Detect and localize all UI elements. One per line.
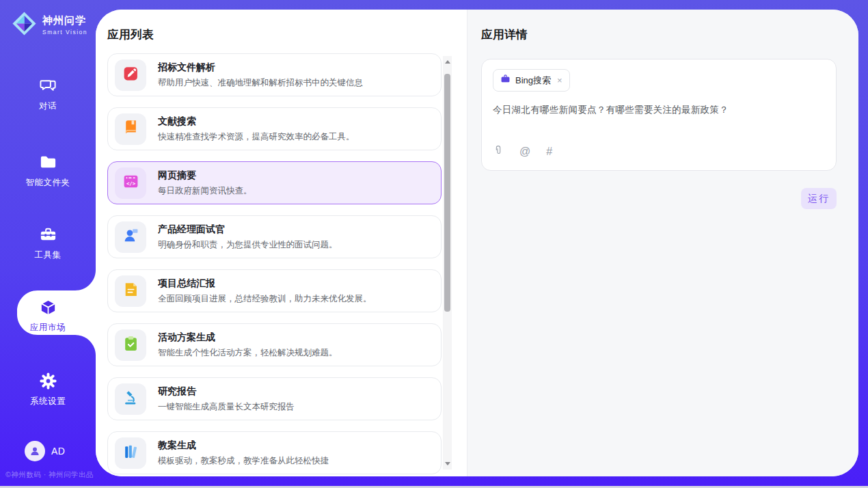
diamond-logo-icon	[11, 10, 38, 40]
interviewer-icon	[122, 227, 139, 247]
app-card-3[interactable]: </> 网页摘要 每日政府新闻资讯快查。	[107, 161, 442, 204]
close-icon[interactable]: ×	[557, 76, 562, 85]
app-description: 智能生成个性化活动方案，轻松解决规划难题。	[158, 347, 338, 359]
edit-document-icon	[122, 65, 139, 85]
prompt-input[interactable]: 今日湖北有哪些新闻要点？有哪些需要关注的最新政策？	[493, 104, 825, 144]
gear-icon	[39, 372, 57, 391]
brand-tagline: Smart Vision	[42, 29, 87, 36]
app-name: 活动方案生成	[158, 331, 338, 344]
app-description: 帮助用户快速、准确地理解和解析招标书中的关键信息	[158, 77, 363, 89]
note-icon	[122, 281, 139, 301]
app-description: 全面回顾项目进展，总结经验教训，助力未来优化发展。	[158, 293, 372, 305]
app-card-5[interactable]: 项目总结汇报 全面回顾项目进展，总结经验教训，助力未来优化发展。	[107, 269, 442, 312]
app-card-6[interactable]: 活动方案生成 智能生成个性化活动方案，轻松解决规划难题。	[107, 323, 442, 366]
app-list-title: 应用列表	[107, 27, 467, 42]
book-icon	[122, 119, 139, 139]
scroll-down-icon[interactable]	[443, 459, 452, 468]
app-icon-tile	[115, 437, 146, 469]
sidebar-item-label: 系统设置	[0, 396, 96, 407]
browser-code-icon: </>	[122, 173, 139, 193]
brand-name: 神州问学	[42, 14, 87, 27]
briefcase-icon	[500, 74, 511, 87]
copyright-footer: ©神州数码 · 神州问学出品	[5, 470, 108, 480]
app-name: 网页摘要	[158, 170, 252, 182]
sidebar-item-label: 工具集	[0, 249, 96, 261]
app-detail-title: 应用详情	[481, 27, 858, 42]
run-button[interactable]: 运行	[801, 188, 837, 209]
sidebar-item-chat[interactable]: 对话	[0, 77, 96, 112]
scrollbar[interactable]	[443, 56, 452, 470]
app-description: 明确身份和职责，为您提供专业性的面试问题。	[158, 239, 338, 251]
app-detail-panel: 应用详情 Bing搜索 × 今日湖北有哪些新闻要点？有哪些需要关注的最新政策？	[467, 10, 858, 476]
hash-icon[interactable]: #	[546, 146, 552, 158]
app-name: 研究报告	[158, 385, 295, 398]
app-card-2[interactable]: 文献搜索 快速精准查找学术资源，提高研究效率的必备工具。	[107, 107, 442, 150]
run-row: 运行	[481, 188, 837, 209]
app-icon-tile	[115, 329, 146, 361]
app-icon-tile	[115, 59, 146, 91]
app-icon-tile	[115, 275, 146, 307]
tool-chip-bing-search[interactable]: Bing搜索 ×	[493, 69, 570, 92]
folder-icon	[39, 153, 57, 172]
app-list: 招标文件解析 帮助用户快速、准确地理解和解析招标书中的关键信息 文献搜索 快速精…	[107, 53, 442, 474]
books-icon	[122, 443, 139, 463]
app-description: 一键智能生成高质量长文本研究报告	[158, 401, 295, 413]
app-name: 招标文件解析	[158, 62, 363, 74]
sidebar-item-label: 智能文件夹	[0, 177, 96, 189]
attachment-icon[interactable]	[493, 144, 504, 159]
toolbox-icon	[39, 226, 57, 245]
mention-icon[interactable]: @	[519, 146, 530, 158]
app-icon-tile	[115, 221, 146, 253]
app-description: 模板驱动，教案秒成，教学准备从此轻松快捷	[158, 455, 329, 467]
prompt-card: Bing搜索 × 今日湖北有哪些新闻要点？有哪些需要关注的最新政策？ @ #	[481, 59, 837, 171]
main-content: 应用列表 招标文件解析 帮助用户快速、准确地理解和解析招标书中的关键信息 文献搜…	[96, 10, 858, 476]
app-icon-tile	[115, 383, 146, 415]
avatar	[25, 441, 45, 461]
app-card-8[interactable]: 教案生成 模板驱动，教案秒成，教学准备从此轻松快捷	[107, 431, 442, 474]
chat-icon	[39, 77, 57, 96]
scroll-up-icon[interactable]	[443, 57, 452, 66]
app-card-7[interactable]: 研究报告 一键智能生成高质量长文本研究报告	[107, 377, 442, 420]
app-card-4[interactable]: 产品经理面试官 明确身份和职责，为您提供专业性的面试问题。	[107, 215, 442, 258]
tool-chip-label: Bing搜索	[515, 74, 551, 87]
app-icon-tile: </>	[115, 167, 146, 199]
app-name: 文献搜索	[158, 116, 355, 128]
app-icon-tile	[115, 113, 146, 145]
svg-text:</>: </>	[126, 180, 135, 187]
app-list-panel: 应用列表 招标文件解析 帮助用户快速、准确地理解和解析招标书中的关键信息 文献搜…	[96, 10, 467, 476]
app-description: 每日政府新闻资讯快查。	[158, 185, 252, 197]
sidebar: 神州问学 Smart Vision 对话 智能文件夹	[0, 0, 96, 486]
app-name: 产品经理面试官	[158, 223, 338, 236]
app-card-1[interactable]: 招标文件解析 帮助用户快速、准确地理解和解析招标书中的关键信息	[107, 53, 442, 96]
sidebar-item-app-market[interactable]: 应用市场	[0, 298, 96, 334]
app-name: 项目总结汇报	[158, 277, 372, 290]
app-name: 教案生成	[158, 439, 329, 452]
sidebar-item-toolbox[interactable]: 工具集	[0, 226, 96, 261]
user-initials: AD	[51, 446, 65, 457]
prompt-toolbar: @ #	[493, 144, 825, 161]
brand-logo: 神州问学 Smart Vision	[11, 10, 87, 40]
clipboard-check-icon	[122, 335, 139, 355]
scrollbar-thumb[interactable]	[444, 74, 450, 312]
sidebar-item-settings[interactable]: 系统设置	[0, 372, 96, 407]
microscope-icon	[122, 389, 139, 409]
user-account[interactable]: AD	[25, 441, 65, 461]
cube-icon	[39, 298, 57, 317]
sidebar-item-label: 对话	[0, 100, 96, 112]
app-description: 快速精准查找学术资源，提高研究效率的必备工具。	[158, 131, 355, 143]
sidebar-item-label: 应用市场	[0, 322, 96, 334]
sidebar-item-smart-folder[interactable]: 智能文件夹	[0, 153, 96, 189]
